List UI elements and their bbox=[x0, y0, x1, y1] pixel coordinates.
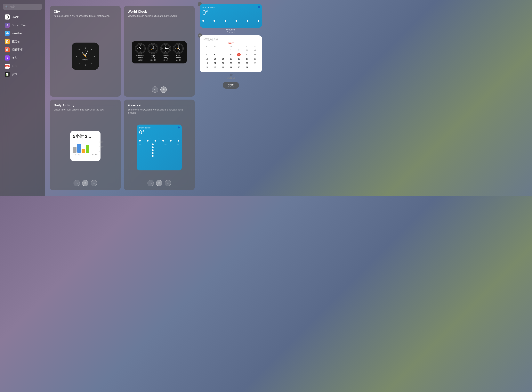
wc-cupertino-label: CupertinoToday-15小时 bbox=[136, 55, 144, 61]
sidebar-clock-label: Clock bbox=[12, 15, 19, 19]
cal-day-empty4 bbox=[251, 65, 259, 70]
svg-text:10: 10 bbox=[79, 49, 80, 51]
world-clock-desc: View the time in multiple cities around … bbox=[128, 14, 191, 18]
svg-text:6: 6 bbox=[165, 51, 166, 52]
cal-day-26: 26 bbox=[203, 65, 211, 70]
size-btn-large-da[interactable]: 大 bbox=[91, 180, 97, 186]
size-btn-medium-da[interactable]: 中 bbox=[82, 180, 88, 186]
cal-day-13: 13 bbox=[211, 57, 219, 61]
sidebar-item-reminders[interactable]: 📋 提醒事项 bbox=[1, 46, 44, 54]
cal-grid: S M T W T F S 1 2 3 4 5 6 7 8 9 bbox=[203, 45, 259, 70]
svg-text:3: 3 bbox=[181, 48, 181, 49]
podcast-icon: 🎙 bbox=[5, 56, 10, 61]
sidebar-reminders-label: 提醒事项 bbox=[12, 48, 23, 51]
cal-day-7: 7 bbox=[219, 52, 227, 57]
cal-day-5: 5 bbox=[203, 52, 211, 57]
forecast-blue-dot bbox=[178, 126, 180, 128]
weather-card-sublabel: Forecast bbox=[200, 31, 262, 33]
wt-dashes-row2: — — — — — bbox=[202, 22, 259, 25]
sidebar-item-podcast[interactable]: 🎙 播客 bbox=[1, 54, 44, 62]
sidebar-item-clock[interactable]: Clock bbox=[1, 13, 44, 21]
forecast-title: Forecast bbox=[128, 103, 191, 107]
world-clock-preview: 12 6 9 3 CupertinoToday-15小时 bbox=[128, 20, 191, 85]
cal-month: JULY bbox=[203, 42, 259, 45]
svg-text:6: 6 bbox=[178, 51, 179, 52]
svg-text:8: 8 bbox=[79, 62, 80, 64]
calendar-card-wrapper: − 今天无其他日程 JULY S M T W T F S 1 2 3 4 bbox=[200, 35, 262, 79]
svg-text:9: 9 bbox=[175, 48, 176, 49]
daily-activity-title: Daily Activity bbox=[54, 103, 117, 107]
size-btn-medium-wc[interactable]: 中 bbox=[160, 86, 167, 93]
cal-header-s2: S bbox=[251, 45, 259, 48]
size-btn-medium-fc[interactable]: 中 bbox=[156, 180, 162, 186]
clock-widget-preview: 12 6 9 3 2 10 8 4 CUP bbox=[72, 42, 99, 70]
svg-text:2: 2 bbox=[91, 49, 92, 51]
city-card-preview: 12 6 9 3 2 10 8 4 CUP bbox=[54, 20, 117, 93]
forecast-size-buttons: 小 中 大 bbox=[128, 180, 191, 186]
svg-text:12: 12 bbox=[153, 45, 154, 46]
cal-header-m: M bbox=[211, 45, 219, 48]
cal-day-27: 27 bbox=[211, 65, 219, 70]
world-clock-title: World Clock bbox=[128, 10, 191, 14]
cal-header-w: W bbox=[227, 45, 235, 48]
search-bar[interactable]: 🔍 搜索 bbox=[3, 4, 42, 10]
wc-clock-cupertino: 12 6 9 3 bbox=[135, 43, 146, 54]
wc-cupertino: 12 6 9 3 CupertinoToday-15小时 bbox=[135, 43, 146, 61]
daily-activity-card: Daily Activity Check in on your screen t… bbox=[50, 100, 121, 190]
wt-dashes-row: — — — — — bbox=[202, 16, 259, 19]
sidebar-item-weather[interactable]: ☁️ Weather bbox=[1, 29, 44, 37]
cal-day-25: 25 bbox=[251, 61, 259, 65]
cal-day-4: 4 bbox=[251, 48, 259, 52]
svg-text:6: 6 bbox=[153, 51, 153, 52]
cal-no-events: 今天无其他日程 bbox=[203, 38, 259, 41]
size-btn-small-fc[interactable]: 小 bbox=[148, 180, 154, 186]
wc-tokyo: 12 6 9 3 TokyoToday+1小时 bbox=[148, 43, 158, 61]
sidebar-notes-label: 备忘录 bbox=[12, 40, 20, 43]
wc-clock-paris: 12 6 9 3 bbox=[173, 43, 184, 54]
sidebar-item-stocks[interactable]: 📊 股市 bbox=[1, 70, 44, 78]
cal-day-empty1 bbox=[203, 48, 211, 52]
cal-day-28: 28 bbox=[219, 65, 227, 70]
svg-text:3: 3 bbox=[156, 48, 156, 49]
stocks-icon: 📊 bbox=[5, 72, 10, 77]
activity-time: 5小时 2... bbox=[73, 134, 98, 139]
bar-4 bbox=[86, 145, 89, 153]
svg-point-41 bbox=[153, 48, 153, 49]
cal-day-29: 29 bbox=[227, 65, 235, 70]
sidebar-item-calendar[interactable]: 17 日历 bbox=[1, 62, 44, 70]
activity-bar-chart bbox=[73, 141, 98, 153]
calendar-card: 今天无其他日程 JULY S M T W T F S 1 2 3 4 bbox=[200, 35, 262, 72]
cal-day-empty3 bbox=[219, 48, 227, 52]
size-btn-small-wc[interactable]: 小 bbox=[152, 86, 158, 93]
cal-day-16: 16 bbox=[235, 57, 243, 61]
cal-card-label: 日历 bbox=[200, 73, 262, 77]
size-btn-large-fc[interactable]: 大 bbox=[165, 180, 171, 186]
city-card-title: City bbox=[54, 10, 117, 14]
size-btn-small-da[interactable]: 小 bbox=[74, 180, 80, 186]
done-button[interactable]: 完成 bbox=[223, 82, 239, 89]
sidebar-item-screentime[interactable]: S Screen Time bbox=[1, 21, 44, 29]
svg-text:3: 3 bbox=[168, 48, 169, 49]
x-label-noon: 下午12时 bbox=[73, 154, 80, 156]
forecast-dots-row: — — — — — bbox=[139, 137, 179, 139]
sidebar-calendar-label: 日历 bbox=[12, 64, 17, 68]
forecast-temp: 0° bbox=[139, 129, 179, 135]
city-card: City Add a clock for a city to check the… bbox=[50, 6, 121, 97]
y-label-60: 60分钟 bbox=[99, 141, 104, 143]
cal-header-t2: T bbox=[235, 45, 243, 48]
cal-day-31: 31 bbox=[243, 65, 251, 70]
cal-day-1: 1 bbox=[227, 48, 235, 52]
sidebar-item-notes[interactable]: 📝 备忘录 bbox=[1, 38, 44, 46]
reminders-icon: 📋 bbox=[5, 47, 10, 52]
svg-text:3: 3 bbox=[94, 56, 95, 58]
forecast-card: Forecast See the current weather conditi… bbox=[124, 100, 195, 190]
sidebar-stocks-label: 股市 bbox=[12, 73, 17, 76]
world-clock-widget: 12 6 9 3 CupertinoToday-15小时 bbox=[132, 41, 187, 63]
daily-activity-size-buttons: 小 中 大 bbox=[54, 180, 117, 186]
wc-paris-label: ParisToday-6小时 bbox=[176, 55, 181, 61]
right-panel: − Placeholder 0° — — — — — — — bbox=[200, 0, 266, 196]
forecast-hourly-dots bbox=[139, 140, 179, 141]
cal-day-12: 12 bbox=[203, 57, 211, 61]
svg-text:12: 12 bbox=[178, 45, 179, 46]
search-placeholder: 搜索 bbox=[9, 5, 15, 9]
